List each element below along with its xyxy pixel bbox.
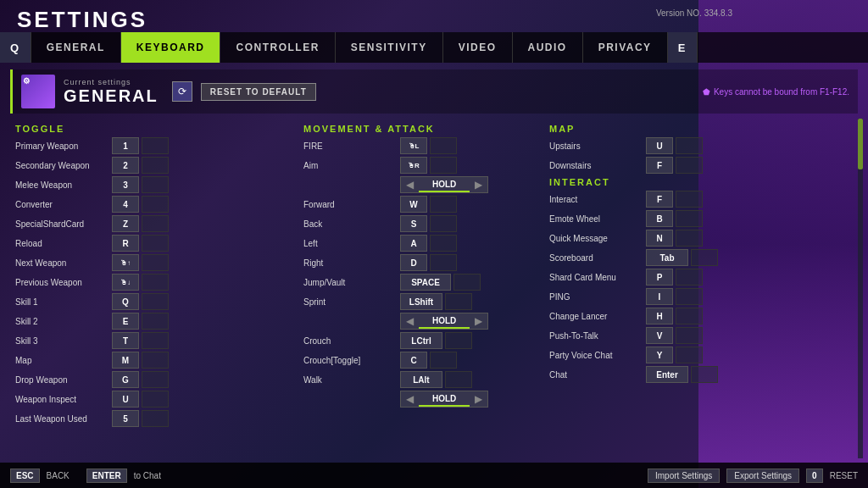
key-emote2[interactable] bbox=[676, 210, 703, 227]
key-crouch1[interactable]: LCtrl bbox=[400, 332, 442, 349]
key-lancer2[interactable] bbox=[676, 308, 703, 324]
key-special2[interactable] bbox=[142, 215, 169, 232]
key-lancer1[interactable]: H bbox=[646, 308, 673, 324]
key-score2[interactable] bbox=[691, 249, 718, 266]
key-drop2[interactable] bbox=[142, 371, 169, 388]
key-shard2[interactable] bbox=[676, 269, 703, 286]
key-special1[interactable]: Z bbox=[112, 215, 139, 232]
nav-audio[interactable]: AUDIO bbox=[513, 32, 583, 63]
key-skill2-2[interactable] bbox=[142, 313, 169, 330]
hold-left-arrow-3[interactable]: ◀ bbox=[401, 393, 419, 405]
reset-to-default-button[interactable]: RESET TO DEFAULT bbox=[201, 83, 316, 101]
key-interact1[interactable]: F bbox=[646, 191, 673, 208]
key-crouch2[interactable] bbox=[445, 332, 472, 349]
reset-key[interactable]: 0 bbox=[806, 469, 823, 483]
keybind-drop-weapon: Drop Weapon G bbox=[15, 371, 293, 388]
key-converter2[interactable] bbox=[142, 196, 169, 213]
key-left1[interactable]: A bbox=[400, 235, 427, 252]
key-chat2[interactable] bbox=[691, 366, 718, 383]
key-fire1[interactable]: 🖱L bbox=[400, 137, 427, 154]
key-skill1-1[interactable]: Q bbox=[112, 293, 139, 310]
key-skill3-1[interactable]: T bbox=[112, 332, 139, 349]
key-walk2[interactable] bbox=[445, 371, 472, 388]
key-interact2[interactable] bbox=[676, 191, 703, 208]
key-melee2[interactable] bbox=[142, 176, 169, 193]
nav-q[interactable]: Q bbox=[0, 32, 31, 63]
key-emote1[interactable]: B bbox=[646, 210, 673, 227]
key-upstairs1[interactable]: U bbox=[646, 137, 673, 154]
key-right2[interactable] bbox=[430, 254, 457, 271]
key-sprint2[interactable] bbox=[445, 293, 472, 310]
hold-right-arrow-2[interactable]: ▶ bbox=[470, 315, 487, 327]
key-right1[interactable]: D bbox=[400, 254, 427, 271]
key-next2[interactable] bbox=[142, 254, 169, 271]
key-upstairs2[interactable] bbox=[676, 137, 703, 154]
key-aim1[interactable]: 🖱R bbox=[400, 157, 427, 174]
nav-e[interactable]: E bbox=[668, 32, 698, 63]
key-back1[interactable]: S bbox=[400, 215, 427, 232]
key-sec2[interactable] bbox=[142, 157, 169, 174]
import-settings-button[interactable]: Import Settings bbox=[648, 469, 720, 483]
key-downstairs2[interactable] bbox=[676, 157, 703, 174]
key-forward1[interactable]: W bbox=[400, 196, 427, 213]
key-prev1[interactable]: 🖱↓ bbox=[112, 274, 139, 291]
key-last2[interactable] bbox=[142, 410, 169, 427]
key-map2[interactable] bbox=[142, 352, 169, 369]
key-party1[interactable]: Y bbox=[646, 347, 673, 363]
key-forward2[interactable] bbox=[430, 196, 457, 213]
key-reload2[interactable] bbox=[142, 235, 169, 252]
key-primary2[interactable] bbox=[142, 137, 169, 154]
key-fire2[interactable] bbox=[430, 137, 457, 154]
scrollbar[interactable] bbox=[858, 119, 863, 458]
hold-right-arrow-1[interactable]: ▶ bbox=[470, 179, 487, 191]
key-converter1[interactable]: 4 bbox=[112, 196, 139, 213]
hold-left-arrow-1[interactable]: ◀ bbox=[401, 179, 419, 191]
key-ping2[interactable] bbox=[676, 288, 703, 305]
key-left2[interactable] bbox=[430, 235, 457, 252]
key-jump1[interactable]: SPACE bbox=[400, 274, 451, 291]
key-croucht1[interactable]: C bbox=[400, 352, 427, 369]
key-next1[interactable]: 🖱↑ bbox=[112, 254, 139, 271]
key-skill1-2[interactable] bbox=[142, 293, 169, 310]
export-settings-button[interactable]: Export Settings bbox=[726, 469, 799, 483]
nav-privacy[interactable]: PRIVACY bbox=[583, 32, 668, 63]
key-inspect1[interactable]: U bbox=[112, 391, 139, 408]
hold-left-arrow-2[interactable]: ◀ bbox=[401, 315, 419, 327]
key-last1[interactable]: 5 bbox=[112, 410, 139, 427]
key-party2[interactable] bbox=[676, 347, 703, 363]
key-jump2[interactable] bbox=[453, 274, 481, 291]
key-primary1[interactable]: 1 bbox=[112, 137, 139, 154]
key-chat1[interactable]: Enter bbox=[646, 366, 688, 383]
key-ping1[interactable]: I bbox=[646, 288, 673, 305]
key-back2[interactable] bbox=[430, 215, 457, 232]
key-skill3-2[interactable] bbox=[142, 332, 169, 349]
keybind-reload: Reload R bbox=[15, 235, 293, 252]
key-sprint1[interactable]: LShift bbox=[400, 293, 442, 310]
nav-video[interactable]: VIDEO bbox=[443, 32, 513, 63]
key-reload1[interactable]: R bbox=[112, 235, 139, 252]
nav-general[interactable]: GENERAL bbox=[31, 32, 121, 63]
key-croucht2[interactable] bbox=[430, 352, 457, 369]
key-score1[interactable]: Tab bbox=[646, 249, 688, 266]
key-walk1[interactable]: LAlt bbox=[400, 371, 442, 388]
key-inspect2[interactable] bbox=[142, 391, 169, 408]
key-ptt1[interactable]: V bbox=[646, 327, 673, 344]
key-quickmsg1[interactable]: N bbox=[646, 230, 673, 247]
key-ptt2[interactable] bbox=[676, 327, 703, 344]
esc-key[interactable]: ESC bbox=[10, 469, 40, 483]
key-quickmsg2[interactable] bbox=[676, 230, 703, 247]
nav-controller[interactable]: CONTROLLER bbox=[220, 32, 335, 63]
key-aim2[interactable] bbox=[430, 157, 457, 174]
key-downstairs1[interactable]: F bbox=[646, 157, 673, 174]
hold-right-arrow-3[interactable]: ▶ bbox=[470, 393, 487, 405]
enter-key[interactable]: ENTER bbox=[86, 469, 127, 483]
key-shard1[interactable]: P bbox=[646, 269, 673, 286]
key-skill2-1[interactable]: E bbox=[112, 313, 139, 330]
key-sec1[interactable]: 2 bbox=[112, 157, 139, 174]
nav-sensitivity[interactable]: SENSITIVITY bbox=[336, 32, 443, 63]
nav-keyboard[interactable]: KEYBOARD bbox=[121, 32, 221, 63]
key-drop1[interactable]: G bbox=[112, 371, 139, 388]
key-map1[interactable]: M bbox=[112, 352, 139, 369]
key-prev2[interactable] bbox=[142, 274, 169, 291]
key-melee1[interactable]: 3 bbox=[112, 176, 139, 193]
